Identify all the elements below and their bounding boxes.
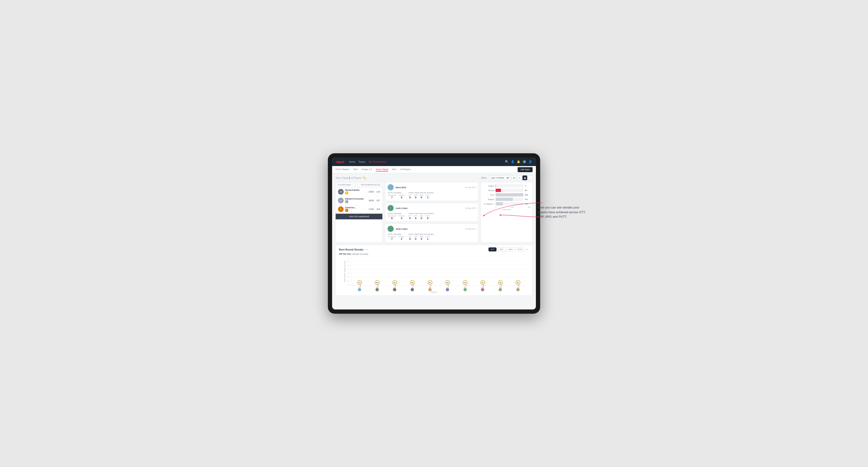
practice-activities-label: Total Practice Activities — [408, 192, 434, 194]
streaks-header: Best Round Streaks ← OTT APP ARG PUTT ← — [339, 247, 529, 251]
practice-val-1: 6 — [401, 196, 402, 199]
streak-player-name: D. Billingham — [393, 284, 396, 288]
card-player-name-3: Josh Coles — [396, 228, 408, 230]
pb-score-2: 18/20 — [365, 199, 374, 201]
bar-label-birdies: Birdies — [483, 189, 494, 191]
tournament-val-2: 8 — [391, 217, 393, 220]
profile-icon[interactable]: 👤 — [511, 160, 515, 163]
tab-pgat-players[interactable]: PGAT Players — [335, 167, 349, 172]
streak-player-avatar — [481, 288, 484, 291]
streak-player-name: R. Butler — [499, 284, 502, 288]
tablet-device: clippd Home Teams My Performance 🔍 👤 🔔 ⚙… — [328, 153, 540, 314]
streak-player-label: R. Britt — [421, 284, 439, 291]
avatar: C — [338, 206, 344, 212]
bar-fill-pars — [496, 193, 523, 196]
tournament-val-1: 7 — [391, 196, 393, 199]
arrow-right-icon: ← — [526, 247, 529, 251]
nav-links: Home Teams My Performance — [349, 160, 505, 164]
y-tick-5: 5 — [348, 264, 349, 266]
add-team-button[interactable]: Add Team — [518, 167, 533, 172]
app-logo: clippd — [336, 160, 344, 164]
filter-app-button[interactable]: APP — [497, 247, 505, 251]
streak-player-label: D. Billingham — [386, 284, 404, 291]
app-val-3: 0 — [415, 238, 416, 240]
y-tick-2: 2 — [348, 276, 349, 278]
nav-icons: 🔍 👤 🔔 ⚙️ 👤 — [505, 160, 532, 163]
tab-pga[interactable]: PGA — [353, 167, 358, 172]
settings-icon[interactable]: ⚙️ — [523, 160, 526, 163]
ott-val-3: 0 — [409, 238, 411, 240]
filter-ott-button[interactable]: OTT — [489, 247, 497, 251]
y-tick-3: 3 — [348, 272, 349, 274]
streaks-subtitle: Off The Tee, Fairway Accuracy — [339, 253, 529, 255]
leaderboard-panel: PLAYER NAME PB SCORE PB AVG SQ RB Richar… — [335, 182, 382, 243]
avatar — [388, 205, 394, 211]
y-tick-6: 6 — [348, 261, 349, 262]
tournament-val-3: 7 — [391, 238, 393, 240]
practice-val-3: 2 — [401, 238, 402, 240]
tab-team-clippd[interactable]: Team Clippd — [376, 167, 388, 172]
streak-player-avatar — [464, 288, 467, 291]
player-info-2: EC Edward Crossman 2 — [338, 198, 365, 203]
filter-arg-button[interactable]: ARG — [506, 247, 515, 251]
avatar: EC — [338, 198, 344, 203]
streak-player-label: E. Ewart — [351, 284, 368, 291]
tab-tour[interactable]: Tour — [392, 167, 396, 172]
nav-teams[interactable]: Teams — [359, 160, 365, 164]
list-view-btn[interactable]: ≡ — [517, 176, 522, 180]
filter-putt-button[interactable]: PUTT — [516, 247, 525, 251]
bar-row-birdies: Birdies 96 — [483, 189, 530, 192]
avatar — [388, 184, 394, 190]
rank-badge-1: 1 — [345, 191, 348, 195]
ott-val-2: 0 — [409, 217, 411, 220]
grid-view-btn[interactable]: ⊞ — [512, 176, 516, 180]
annotation-text: Here you can see streaks your players ha… — [538, 205, 587, 219]
streak-filter-buttons: OTT APP ARG PUTT ← — [489, 247, 529, 251]
nav-my-performance[interactable]: My Performance — [369, 160, 386, 164]
card-view-btn[interactable]: ▦ — [522, 176, 527, 180]
tab-all-players[interactable]: All Players — [400, 167, 411, 172]
streak-player-avatar — [358, 288, 361, 291]
streak-player-name: B. Ford — [464, 284, 467, 288]
player-info-3: C Cameron... 3 — [338, 206, 365, 212]
subtitle-text: Fairway Accuracy — [352, 253, 368, 255]
navbar: clippd Home Teams My Performance 🔍 👤 🔔 ⚙… — [332, 158, 536, 166]
bar-value-birdies: 96 — [525, 189, 530, 191]
bar-label-pars: Pars — [483, 194, 494, 196]
user-avatar-icon[interactable]: 👤 — [529, 160, 532, 163]
streak-player-avatar — [375, 288, 379, 291]
streak-player-name: B. McHarg — [376, 284, 379, 288]
tab-hcaps[interactable]: Hcaps 1-5 — [362, 167, 372, 172]
player-card-header-3: Josh Coles 26 Aug 2023 — [388, 226, 476, 232]
ott-val-1: 0 — [409, 196, 411, 199]
view-leaderboard-button[interactable]: View Full Leaderboard — [336, 214, 382, 219]
total-rounds-label: Total Rounds — [388, 192, 404, 194]
view-icons: ⊞ ≡ ▦ ↓ — [512, 176, 533, 180]
bar-track-pars — [496, 193, 523, 196]
streaks-title-text: Best Round Streaks — [339, 248, 364, 251]
putt-val-2: 0 — [427, 217, 429, 220]
annotation: Here you can see streaks your players ha… — [538, 205, 587, 219]
card-date-3: 26 Aug 2023 — [465, 228, 476, 230]
streak-player-labels: E. EwartB. McHargD. BillinghamJ. ColesR.… — [351, 285, 527, 290]
edit-icon[interactable]: ✏️ — [363, 177, 366, 179]
nav-home[interactable]: Home — [349, 160, 355, 164]
rank-badge-3: 3 — [345, 209, 348, 212]
export-btn[interactable]: ↓ — [528, 176, 533, 180]
search-icon[interactable]: 🔍 — [505, 160, 508, 163]
bar-value-eagles: 3 — [525, 185, 530, 187]
streaks-title: Best Round Streaks ← — [339, 248, 368, 251]
y-ticks: 7 6 5 4 3 2 1 0 — [348, 257, 349, 285]
bell-icon[interactable]: 🔔 — [517, 160, 520, 163]
streak-player-name: R. Britt — [429, 284, 431, 288]
streak-bars: 7x6x6x5x5x4x4x4x3x3x — [351, 257, 527, 285]
team-header: Team Clippd | 14 Players ✏️ Show Last 3 … — [335, 176, 533, 180]
streak-player-avatar — [446, 288, 449, 291]
pb-avg-2: 107 — [374, 199, 380, 201]
time-filter-select[interactable]: Last 3 months — [488, 176, 510, 180]
streak-player-label: R. Butler — [492, 284, 509, 291]
streak-player-label: B. McHarg — [368, 284, 386, 291]
subnav: PGAT Players PGA Hcaps 1-5 Team Clippd T… — [332, 166, 536, 173]
bar-row-pars: Pars 499 — [483, 193, 530, 196]
bar-label-eagles: Eagles — [483, 185, 494, 187]
